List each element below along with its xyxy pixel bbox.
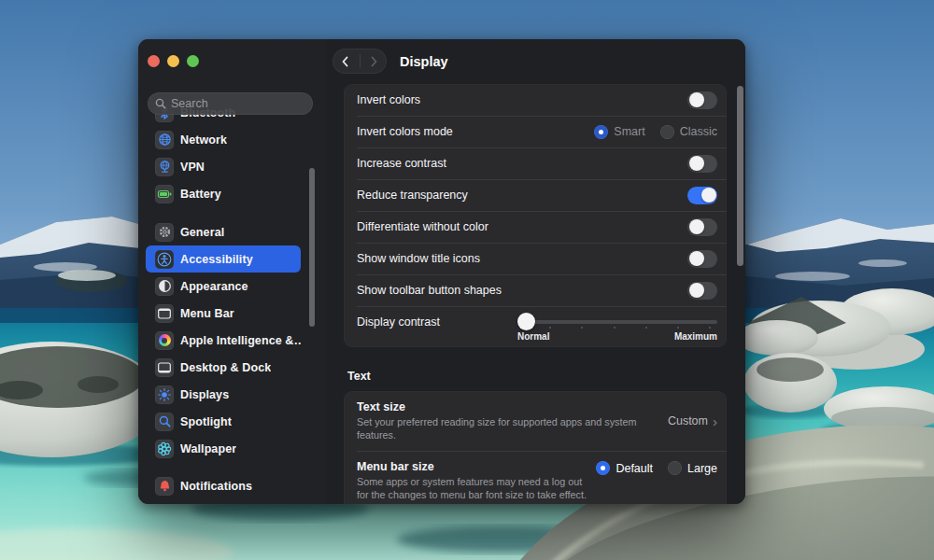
slider-tick bbox=[645, 327, 647, 329]
system-settings-window: Bluetooth Network VPN Battery bbox=[138, 39, 745, 504]
sidebar-item-battery[interactable]: Battery bbox=[146, 180, 301, 207]
row-invert-colors-mode: Invert colors mode Smart Classic bbox=[344, 116, 727, 147]
sidebar-item-label: Desktop & Dock bbox=[180, 361, 271, 374]
sidebar-item-general[interactable]: General bbox=[146, 218, 301, 245]
radio-dot bbox=[596, 461, 610, 475]
bell-icon bbox=[155, 477, 174, 496]
sidebar-item-label: Wallpaper bbox=[180, 442, 236, 455]
radio-dot bbox=[594, 125, 608, 139]
close-button[interactable] bbox=[148, 55, 160, 67]
sidebar-item-menu-bar[interactable]: Menu Bar bbox=[146, 300, 301, 327]
menubar-icon bbox=[155, 304, 174, 323]
pane-header: Display bbox=[327, 39, 745, 84]
radio-label: Smart bbox=[614, 125, 644, 138]
radio-dot bbox=[660, 125, 674, 139]
spotlight-magnifier-icon bbox=[155, 413, 174, 431]
row-label: Show window title icons bbox=[357, 252, 687, 265]
text-size-value: Custom bbox=[668, 414, 708, 427]
minimize-button[interactable] bbox=[167, 55, 179, 67]
radio-smart[interactable]: Smart bbox=[594, 125, 644, 139]
globe-icon bbox=[155, 131, 174, 149]
reduce-transparency-toggle[interactable] bbox=[687, 187, 717, 204]
radio-label: Large bbox=[687, 462, 717, 475]
slider-tick bbox=[549, 327, 551, 329]
sidebar-item-vpn[interactable]: VPN bbox=[146, 153, 301, 180]
show-toolbar-button-shapes-toggle[interactable] bbox=[687, 282, 717, 300]
slider-track bbox=[517, 320, 717, 324]
row-text-size[interactable]: Text size Set your preferred reading siz… bbox=[344, 391, 727, 451]
zoom-button[interactable] bbox=[187, 55, 199, 67]
row-label: Invert colors bbox=[357, 93, 687, 106]
row-label: Differentiate without color bbox=[357, 220, 687, 233]
sidebar-item-accessibility[interactable]: Accessibility bbox=[146, 245, 301, 273]
slider-knob[interactable] bbox=[517, 313, 535, 330]
search-icon bbox=[155, 98, 166, 109]
chevron-right-icon: › bbox=[713, 414, 717, 428]
sidebar-item-label: Displays bbox=[180, 388, 229, 401]
toggle-knob bbox=[689, 156, 704, 171]
show-window-title-icons-toggle[interactable] bbox=[687, 250, 717, 268]
settings-sidebar: Bluetooth Network VPN Battery bbox=[138, 39, 327, 504]
display-options-group: Invert colors Invert colors mode Smart C… bbox=[344, 84, 727, 347]
sidebar-item-spotlight[interactable]: Spotlight bbox=[146, 408, 301, 435]
radio-large[interactable]: Large bbox=[668, 461, 717, 475]
battery-icon bbox=[155, 185, 174, 203]
row-description: Set your preferred reading size for supp… bbox=[357, 416, 637, 441]
row-label: Text size bbox=[357, 400, 668, 413]
toggle-knob bbox=[689, 251, 704, 266]
back-button[interactable] bbox=[333, 49, 360, 74]
row-display-contrast: Display contrast Normal Maximum bbox=[344, 306, 727, 347]
content-scrollbar[interactable] bbox=[737, 86, 743, 266]
sidebar-search[interactable] bbox=[148, 92, 313, 115]
sidebar-item-label: General bbox=[180, 226, 224, 239]
invert-colors-toggle[interactable] bbox=[687, 91, 717, 109]
row-show-window-title-icons: Show window title icons bbox=[344, 243, 727, 274]
sidebar-item-apple-intelligence[interactable]: Apple Intelligence &… bbox=[146, 327, 301, 354]
sidebar-nav: Bluetooth Network VPN Battery bbox=[146, 99, 301, 499]
row-label: Show toolbar button shapes bbox=[357, 284, 687, 297]
sidebar-item-label: Menu Bar bbox=[180, 307, 234, 320]
gear-icon bbox=[155, 223, 174, 242]
radio-default[interactable]: Default bbox=[596, 461, 653, 475]
sidebar-item-label: Spotlight bbox=[180, 415, 232, 428]
invert-mode-radio-group: Smart Classic bbox=[594, 125, 717, 139]
row-label: Reduce transparency bbox=[357, 189, 687, 202]
slider-tick bbox=[677, 327, 679, 329]
radio-label: Default bbox=[616, 462, 653, 475]
chevron-right-icon bbox=[367, 55, 380, 68]
appearance-icon bbox=[155, 277, 174, 296]
slider-tick bbox=[581, 327, 583, 329]
toggle-knob bbox=[689, 219, 704, 234]
row-increase-contrast: Increase contrast bbox=[344, 147, 727, 179]
desktop-dock-icon bbox=[155, 358, 174, 377]
sidebar-item-appearance[interactable]: Appearance bbox=[146, 273, 301, 300]
sidebar-group-gap bbox=[146, 462, 301, 472]
wallpaper-flower-icon bbox=[155, 440, 174, 458]
slider-max-label: Maximum bbox=[674, 331, 717, 342]
sidebar-item-wallpaper[interactable]: Wallpaper bbox=[146, 435, 301, 462]
slider-labels: Normal Maximum bbox=[517, 331, 717, 342]
accessibility-icon bbox=[155, 250, 174, 269]
slider-tick bbox=[709, 327, 711, 329]
apple-intelligence-icon bbox=[155, 331, 174, 350]
sidebar-item-desktop-dock[interactable]: Desktop & Dock bbox=[146, 354, 301, 381]
text-section-heading: Text bbox=[347, 370, 727, 383]
radio-classic[interactable]: Classic bbox=[660, 125, 717, 139]
sidebar-item-notifications[interactable]: Notifications bbox=[146, 472, 301, 499]
sidebar-item-label: Network bbox=[180, 133, 227, 147]
differentiate-without-color-toggle[interactable] bbox=[687, 218, 717, 236]
slider-min-label: Normal bbox=[517, 331, 549, 342]
page-title: Display bbox=[400, 39, 448, 84]
slider-tick bbox=[614, 327, 616, 329]
display-settings-pane: Display Invert colors Invert colors mode… bbox=[327, 39, 745, 504]
row-show-toolbar-button-shapes: Show toolbar button shapes bbox=[344, 274, 727, 306]
radio-dot bbox=[668, 461, 682, 475]
sidebar-item-network[interactable]: Network bbox=[146, 126, 301, 153]
sidebar-scrollbar[interactable] bbox=[309, 168, 315, 327]
sidebar-item-displays[interactable]: Displays bbox=[146, 381, 301, 408]
row-differentiate-without-color: Differentiate without color bbox=[344, 211, 727, 243]
increase-contrast-toggle[interactable] bbox=[687, 155, 717, 173]
search-input[interactable] bbox=[171, 97, 305, 110]
forward-button[interactable] bbox=[361, 49, 388, 74]
row-reduce-transparency: Reduce transparency bbox=[344, 179, 727, 211]
